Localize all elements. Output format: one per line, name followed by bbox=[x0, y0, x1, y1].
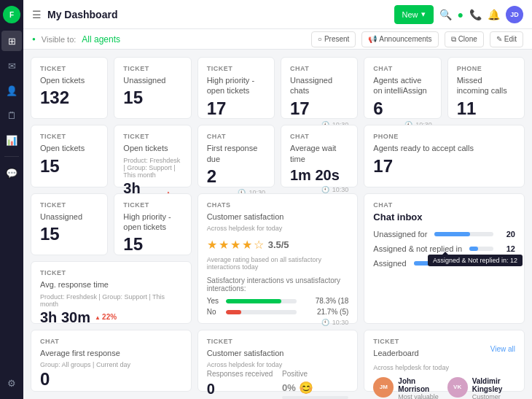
lb-avatar-2: VK bbox=[447, 377, 468, 398]
card-label: TICKET bbox=[40, 65, 98, 72]
sidebar-icon-home[interactable]: ⊞ bbox=[1, 31, 22, 51]
card-title: Avg. response time bbox=[40, 279, 182, 290]
subheader-actions: ○ Present 📢 Announcements ⧉ Clone ✎ Edit bbox=[311, 31, 523, 47]
tcs-received-col: Responses received 0 bbox=[207, 370, 273, 399]
no-label: No bbox=[207, 308, 222, 316]
unassigned-bar-container bbox=[434, 232, 493, 236]
clock-icon: 🕙 bbox=[321, 186, 329, 193]
sidebar-icon-chat[interactable]: 💬 bbox=[1, 163, 22, 183]
card-avg-response: TICKET Avg. response time Product: Fresh… bbox=[31, 261, 192, 323]
assigned-not-replied-bar bbox=[469, 247, 478, 251]
card-title: First response due bbox=[207, 143, 265, 164]
card-label: TICKET bbox=[207, 338, 349, 345]
sidebar-icon-reports[interactable]: 📊 bbox=[1, 130, 22, 150]
card-missed-calls: PHONE Missed incoming calls 11 bbox=[447, 57, 525, 119]
trend-badge: 22% bbox=[95, 313, 117, 321]
announcements-button[interactable]: 📢 Announcements bbox=[361, 31, 438, 47]
edit-button[interactable]: ✎ Edit bbox=[490, 31, 523, 47]
card-label: TICKET bbox=[40, 201, 98, 209]
visibility-value[interactable]: All agents bbox=[82, 34, 120, 44]
edit-icon: ✎ bbox=[496, 35, 502, 43]
time-text: 10:30 bbox=[332, 319, 349, 326]
card-title: Customer satisfaction bbox=[207, 212, 349, 222]
card-value: 2 bbox=[207, 167, 265, 186]
notification-icon[interactable]: ● bbox=[458, 9, 463, 20]
card-value: 132 bbox=[40, 88, 98, 107]
card-label: CHAT bbox=[373, 201, 515, 209]
no-fill bbox=[226, 310, 241, 314]
card-label: TICKET bbox=[373, 338, 418, 345]
sidebar-icon-inbox[interactable]: ✉ bbox=[1, 55, 22, 76]
tcs-received-label: Responses received bbox=[207, 370, 273, 378]
card-title: Missed incoming calls bbox=[457, 75, 515, 96]
chevron-down-icon: ▾ bbox=[421, 9, 426, 19]
leaderboard-grid: JM John Morrison Most valuable player VK… bbox=[373, 377, 515, 399]
card-label: TICKET bbox=[40, 269, 182, 276]
card-title: Open tickets bbox=[123, 143, 181, 153]
card-agents-ready: PHONE Agents ready to accept calls 17 bbox=[364, 125, 525, 187]
happy-emoji: 😊 bbox=[299, 381, 313, 395]
card-agents-intelliassign: CHAT Agents active on intelliAssign 6 🕙 … bbox=[364, 57, 441, 119]
lb-agent-2: VK Valdimir Kingsley Customer wow champi… bbox=[447, 377, 515, 399]
card-first-response-due: CHAT First response due 2 🕙 10:30 bbox=[197, 125, 275, 187]
card-value: 0 bbox=[40, 370, 182, 389]
inbox-title: Chat inbox bbox=[373, 212, 515, 222]
present-button[interactable]: ○ Present bbox=[311, 31, 356, 47]
search-icon[interactable]: 🔍 bbox=[439, 9, 452, 20]
assigned-not-replied-bar-container bbox=[469, 247, 493, 251]
card-title: Agents active on intelliAssign bbox=[373, 75, 431, 96]
card-value: 1m 20s bbox=[290, 167, 348, 183]
lb-badge-1: Most valuable player bbox=[398, 393, 441, 399]
tcs-received-row: Responses received 0 Positive 0% 😊 bbox=[207, 370, 349, 399]
unassigned-row: Unassigned for 20 bbox=[373, 230, 515, 239]
lb-name-1: John Morrison bbox=[398, 377, 441, 393]
card-value: 3h 30m bbox=[40, 309, 90, 325]
sidebar-icon-users[interactable]: 👤 bbox=[1, 80, 22, 101]
card-label: CHAT bbox=[207, 133, 265, 140]
lb-agent-1: JM John Morrison Most valuable player bbox=[373, 377, 441, 399]
card-label: TICKET bbox=[40, 133, 98, 140]
unassigned-value: 20 bbox=[501, 230, 515, 239]
clone-button[interactable]: ⧉ Clone bbox=[445, 31, 484, 47]
card-subtitle: Product: Freshdesk | Group: Support | Th… bbox=[40, 293, 182, 308]
card-label: CHAT bbox=[373, 65, 431, 72]
view-all-link[interactable]: View all bbox=[490, 345, 515, 353]
card-title: Average first response bbox=[40, 348, 182, 358]
card-label: TICKET bbox=[123, 65, 181, 72]
card-title: Unassigned bbox=[123, 75, 181, 85]
sidebar: F ⊞ ✉ 👤 🗒 📊 💬 ⚙ bbox=[0, 0, 23, 399]
avatar[interactable]: JD bbox=[506, 6, 523, 23]
sidebar-icon-contacts[interactable]: 🗒 bbox=[1, 105, 22, 125]
assigned-not-replied-row: Assigned & not replied in 12 Assigned & … bbox=[373, 244, 515, 253]
tcs-positive-label: Positive bbox=[282, 370, 348, 378]
lb-info-1: John Morrison Most valuable player bbox=[398, 377, 441, 399]
card-chat-inbox: CHAT Chat inbox Unassigned for 20 Assign… bbox=[364, 193, 525, 324]
card-leaderboard: TICKET Leaderboard View all Across helpd… bbox=[364, 330, 525, 392]
card-label: CHATS bbox=[207, 201, 349, 209]
card-customer-satisfaction-ticket: TICKET Customer satisfaction Across help… bbox=[197, 330, 359, 392]
card-value: 11 bbox=[457, 99, 515, 118]
card-unassigned-chats: CHAT Unassigned chats 17 🕙 10:30 bbox=[281, 57, 358, 119]
card-title: Customer satisfaction bbox=[207, 348, 349, 358]
new-button[interactable]: New ▾ bbox=[394, 5, 434, 24]
menu-icon[interactable]: ☰ bbox=[32, 9, 42, 20]
star-rating: ★★★★☆ bbox=[207, 238, 265, 252]
card-open-tickets: TICKET Open tickets 132 bbox=[31, 57, 108, 119]
card-label: CHAT bbox=[40, 338, 182, 345]
sidebar-icon-settings[interactable]: ⚙ bbox=[1, 373, 22, 393]
card-title: Average wait time bbox=[290, 143, 348, 164]
card-value: 15 bbox=[123, 235, 181, 254]
card-unassigned-2: TICKET Unassigned 15 bbox=[31, 193, 108, 255]
card-customer-satisfaction-chats: CHATS Customer satisfaction Across helpd… bbox=[197, 193, 359, 324]
bell-icon[interactable]: 🔔 bbox=[488, 9, 500, 20]
card-title: Unassigned bbox=[40, 212, 98, 222]
header: ☰ My Dashboard New ▾ 🔍 ● 📞 🔔 JD bbox=[23, 0, 532, 29]
card-subtitle: Product: Freshdesk | Group: Support | Th… bbox=[123, 157, 181, 179]
phone-icon[interactable]: 📞 bbox=[469, 9, 482, 20]
assigned-not-replied-label: Assigned & not replied in bbox=[373, 244, 462, 253]
card-avg-wait-time: CHAT Average wait time 1m 20s 🕙 10:30 bbox=[281, 125, 358, 187]
sat-subtitle: Across helpdesk for today bbox=[207, 225, 349, 232]
app-logo[interactable]: F bbox=[3, 6, 20, 23]
yes-bar bbox=[226, 299, 297, 303]
tcs-positive-pct: 0% bbox=[282, 382, 296, 393]
